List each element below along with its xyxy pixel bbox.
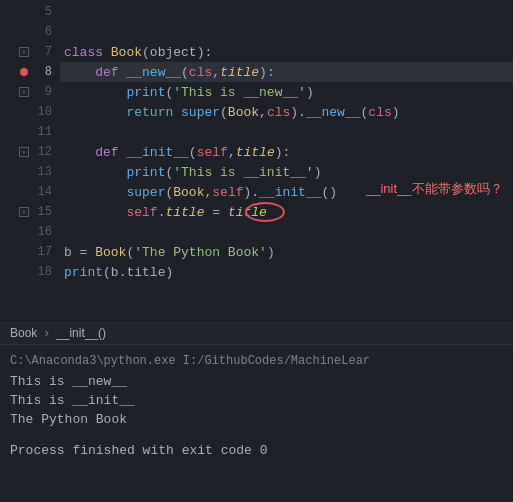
paren-9b: )	[306, 85, 314, 100]
line-num-8: 8	[34, 65, 52, 79]
paren-14c: (	[322, 185, 330, 200]
terminal-output-5: Process finished with exit code 0	[10, 441, 503, 460]
var-b: b =	[64, 245, 95, 260]
line-num-18: 18	[34, 265, 52, 279]
gutter-row-9: ▾ 9	[0, 82, 52, 102]
breakpoint-dot-8[interactable]	[20, 68, 28, 76]
paren-13a: (	[165, 165, 173, 180]
code-line-12: def __init__(self,title):	[60, 142, 513, 162]
line-num-6: 6	[34, 25, 52, 39]
dot-15: .	[158, 205, 166, 220]
code-line-5	[60, 2, 513, 22]
paren-10c: (	[361, 105, 369, 120]
paren-14a: (	[165, 185, 173, 200]
line-num-15: 15	[34, 205, 52, 219]
indent-12	[64, 145, 95, 160]
keyword-return: return	[126, 105, 181, 120]
paren-9a: (	[165, 85, 173, 100]
cls-book-14: Book	[173, 185, 204, 200]
keyword-def-8: def	[95, 65, 126, 80]
terminal-output-2: This is __init__	[10, 391, 503, 410]
keyword-def-12: def	[95, 145, 126, 160]
line-num-7: 7	[34, 45, 52, 59]
gutter-row-12: ▾ 12	[0, 142, 52, 162]
line-num-14: 14	[34, 185, 52, 199]
editor-area: 5 6 ▾ 7 8	[0, 0, 513, 320]
param-self-14: self	[212, 185, 243, 200]
paren-open: (	[142, 45, 150, 60]
terminal-output-3: The Python Book	[10, 410, 503, 429]
code-lines: class Book(object): def __new__(cls,titl…	[60, 0, 513, 320]
fold-icon-7[interactable]: ▾	[19, 47, 29, 57]
attr-title-15: title	[165, 205, 204, 220]
func-super-14: super	[126, 185, 165, 200]
gutter-row-8: 8	[0, 62, 52, 82]
var-title-15: title	[228, 205, 267, 220]
indent-15	[64, 205, 126, 220]
breadcrumb-sep: ›	[45, 326, 49, 340]
code-line-18: print(b.title)	[60, 262, 513, 282]
line-num-17: 17	[34, 245, 52, 259]
paren-14d: )	[329, 185, 337, 200]
gutter-row-7: ▾ 7	[0, 42, 52, 62]
fold-icon-15[interactable]: ▾	[19, 207, 29, 217]
paren-13b: )	[314, 165, 322, 180]
cls-arg-10: cls	[368, 105, 391, 120]
gutter-row-10: 10	[0, 102, 52, 122]
func-super-10: super	[181, 105, 220, 120]
paren-8a: (	[181, 65, 189, 80]
fold-icon-12[interactable]: ▾	[19, 147, 29, 157]
status-bar: Book › __init__()	[0, 320, 513, 344]
gutter-row-15: ▾ 15	[0, 202, 52, 222]
paren-8b: ):	[259, 65, 275, 80]
code-line-10: return super(Book,cls).__new__(cls)	[60, 102, 513, 122]
comma-8: ,	[212, 65, 220, 80]
func-print-13: print	[126, 165, 165, 180]
paren-17a: (	[126, 245, 134, 260]
b-title: b.title	[111, 265, 166, 280]
cls-book-10: Book	[228, 105, 259, 120]
line-num-11: 11	[34, 125, 52, 139]
gutter-row-6: 6	[0, 22, 52, 42]
breakpoint-8[interactable]	[18, 68, 30, 76]
paren-17b: )	[267, 245, 275, 260]
code-line-15: self.title = title	[60, 202, 513, 222]
paren-12a: (	[189, 145, 197, 160]
fold-12: ▾	[18, 147, 30, 157]
code-line-7: class Book(object):	[60, 42, 513, 62]
gutter-row-18: 18	[0, 262, 52, 282]
code-line-9: print('This is __new__')	[60, 82, 513, 102]
line-num-12: 12	[34, 145, 52, 159]
indent-8	[64, 65, 95, 80]
line-num-5: 5	[34, 5, 52, 19]
code-line-14: super(Book,self).__init__() __init__不能带参…	[60, 182, 513, 202]
fold-7[interactable]: ▾	[18, 47, 30, 57]
annotation-text: __init__不能带参数吗？	[340, 180, 503, 198]
line-gutter: 5 6 ▾ 7 8	[0, 0, 60, 320]
string-9: 'This is __new__'	[173, 85, 306, 100]
indent-14	[64, 185, 126, 200]
terminal-output-1: This is __new__	[10, 372, 503, 391]
terminal-output-4	[10, 429, 503, 441]
line-num-16: 16	[34, 225, 52, 239]
paren-10a: (	[220, 105, 228, 120]
func-print-18: print	[64, 265, 103, 280]
paren-18a: (	[103, 265, 111, 280]
code-container: 5 6 ▾ 7 8	[0, 0, 513, 320]
paren-10d: )	[392, 105, 400, 120]
indent-13	[64, 165, 126, 180]
gutter-row-14: 14	[0, 182, 52, 202]
line-num-9: 9	[34, 85, 52, 99]
terminal-command: C:\Anaconda3\python.exe I:/GithubCodes/M…	[10, 351, 503, 370]
fold-icon-9[interactable]: ▾	[19, 87, 29, 97]
code-line-16	[60, 222, 513, 242]
func-print-9: print	[126, 85, 165, 100]
comma-14: ,	[204, 185, 212, 200]
string-13: 'This is __init__'	[173, 165, 313, 180]
param-cls: cls	[189, 65, 212, 80]
terminal-area: C:\Anaconda3\python.exe I:/GithubCodes/M…	[0, 344, 513, 466]
fold-9: ▾	[18, 87, 30, 97]
paren-12b: ):	[275, 145, 291, 160]
eq-15: =	[204, 205, 227, 220]
gutter-row-11: 11	[0, 122, 52, 142]
